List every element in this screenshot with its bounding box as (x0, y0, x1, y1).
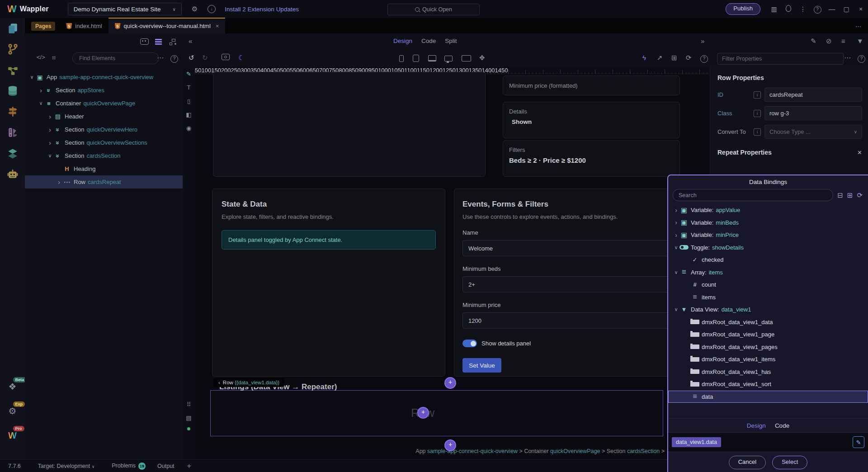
expression-bar[interactable]: data_view1.data ✎ (668, 432, 868, 452)
apps-grid-icon[interactable]: ⊞ (671, 54, 677, 62)
code-view-icon[interactable]: </> (37, 54, 45, 61)
target-selector[interactable]: Target: Development ∨ (38, 463, 94, 469)
info-icon[interactable]: i (754, 110, 761, 117)
breadcrumb-segment[interactable]: > (600, 448, 607, 454)
app-connect-bolt-icon[interactable]: ϟ (642, 54, 646, 61)
visibility-eye-icon[interactable]: ◉ (183, 121, 195, 135)
style-fill-icon[interactable]: ◧ (183, 108, 195, 121)
filter-properties-input[interactable]: Filter Properties (717, 53, 844, 65)
info-icon[interactable]: i (754, 128, 761, 136)
tabbar-overflow-icon[interactable]: ⋯ (855, 23, 862, 30)
device-desktop-icon[interactable] (444, 54, 453, 61)
share-export-icon[interactable]: ↗ (657, 54, 663, 62)
screenshot-camera-icon[interactable] (222, 54, 230, 61)
convert-to-select[interactable]: Choose Type ... ∨ (764, 125, 862, 139)
pill-back-icon[interactable]: ‹ (218, 380, 220, 385)
device-tablet-icon[interactable] (413, 54, 419, 62)
binding-item[interactable]: dmxRoot_data_view1_has (668, 366, 868, 378)
expand-caret-icon[interactable] (673, 307, 679, 312)
select-button[interactable]: Select (772, 456, 807, 469)
settings-gear-icon[interactable]: ⚙ (192, 5, 198, 13)
output-button[interactable]: Output (157, 463, 175, 469)
refresh-icon[interactable]: ⟳ (686, 54, 692, 62)
experimental-settings-icon[interactable]: ⚙ Exp (6, 405, 19, 417)
selected-row-outline[interactable] (210, 390, 663, 436)
row-element-pill[interactable]: ‹ Row {{data_view1.data}} (213, 378, 284, 387)
min-price-input[interactable]: 1200 (462, 312, 680, 329)
binding-item[interactable]: Variable: appValue (668, 204, 868, 217)
device-tv-icon[interactable] (462, 54, 471, 61)
redo-icon[interactable]: ↻ (202, 54, 208, 62)
components-icon[interactable]: ⌗ (52, 54, 56, 62)
class-input[interactable]: row g-3 (764, 106, 862, 120)
add-panel-button[interactable]: + (187, 462, 191, 470)
find-help-icon[interactable]: ? (170, 54, 178, 63)
breadcrumb-segment[interactable]: quickOverviewPage (550, 448, 600, 454)
device-preview-icon[interactable]: ▯ (183, 94, 195, 108)
structure-list-view-icon[interactable] (155, 38, 162, 46)
name-input[interactable]: Welcome (462, 240, 680, 256)
app-tree-item[interactable]: Section quickOverviewSections (25, 136, 183, 149)
undo-icon[interactable]: ↺ (189, 54, 194, 62)
app-tree-item[interactable]: App sample-app-connect-quick-overview (25, 71, 183, 84)
more-menu-icon[interactable]: ⋮ (796, 5, 810, 13)
device-laptop-icon[interactable] (428, 54, 436, 61)
expand-caret-icon[interactable] (673, 219, 679, 226)
breadcrumb-segment[interactable]: sample-app-connect-quick-overview (427, 448, 518, 454)
collapse-all-icon[interactable]: ⊟ (837, 191, 843, 199)
expand-caret-icon[interactable] (673, 207, 679, 214)
canvas-help-icon[interactable]: ? (700, 54, 708, 63)
min-beds-input[interactable]: 2+ (462, 276, 680, 293)
info-icon[interactable]: i (754, 91, 761, 99)
show-details-toggle[interactable] (462, 340, 477, 347)
expand-caret-icon[interactable] (28, 74, 35, 80)
problems-button[interactable]: Problems19 (112, 463, 146, 470)
expand-caret-icon[interactable] (673, 231, 679, 239)
styles-palette-icon[interactable] (0, 122, 25, 143)
project-selector[interactable]: Demo Dynamic Real Estate Site ∨ (68, 3, 182, 15)
breadcrumb-segment[interactable]: Container (524, 448, 550, 454)
view-tab-split[interactable]: Split (445, 38, 457, 44)
binding-item[interactable]: Variable: minPrice (668, 229, 868, 241)
cancel-button[interactable]: Cancel (729, 456, 766, 469)
binding-item[interactable]: Variable: minBeds (668, 217, 868, 229)
breadcrumb-segment[interactable]: Section (607, 448, 627, 454)
add-element-button-center[interactable]: + (417, 407, 429, 419)
expand-caret-icon[interactable] (38, 87, 44, 94)
binding-item[interactable]: data (668, 391, 868, 403)
expand-caret-icon[interactable] (47, 113, 53, 120)
binding-item[interactable]: checked (668, 254, 868, 266)
breadcrumb-segment[interactable]: > (660, 448, 665, 454)
set-value-button[interactable]: Set Value (462, 358, 501, 373)
structure-tree-view-icon[interactable] (170, 38, 177, 46)
layers-icon[interactable] (0, 143, 25, 164)
expand-caret-icon[interactable] (47, 153, 53, 159)
binding-item[interactable]: dmxRoot_data_view1_items (668, 353, 868, 366)
help-icon[interactable]: ? (810, 5, 825, 14)
tab-index-html[interactable]: 5 index.html (60, 19, 108, 33)
binding-item[interactable]: dmxRoot_data_view1_page (668, 328, 868, 341)
properties-options-icon[interactable]: ⋯ (844, 54, 851, 62)
id-input[interactable]: cardsRepeat (764, 88, 862, 102)
expand-caret-icon[interactable] (56, 179, 62, 186)
layout-blocks-icon[interactable]: ▤ (183, 411, 195, 425)
app-tree-item[interactable]: Section quickOverviewHero (25, 123, 183, 136)
expand-caret-icon[interactable] (47, 139, 53, 146)
app-tree-item[interactable]: Header (25, 110, 183, 123)
app-tree-item[interactable]: Section cardsSection (25, 149, 183, 162)
filter-icon[interactable]: ▼ (857, 37, 863, 45)
text-format-icon[interactable]: T (183, 80, 195, 94)
properties-help-icon[interactable]: ? (858, 54, 865, 63)
expand-caret-icon[interactable] (47, 126, 53, 133)
view-tab-design[interactable]: Design (393, 38, 412, 44)
ai-robot-icon[interactable] (0, 164, 25, 184)
expand-all-icon[interactable]: ⊞ (847, 191, 853, 199)
edit-pencil-icon[interactable]: ✎ (811, 37, 816, 45)
dark-mode-moon-icon[interactable]: ☾ (238, 54, 244, 62)
binding-item[interactable]: dmxRoot_data_view1_pages (668, 341, 868, 354)
edit-element-icon[interactable]: ✎ (183, 67, 195, 80)
binding-item[interactable]: Data View: data_view1 (668, 303, 868, 316)
view-tab-code[interactable]: Code (421, 38, 436, 44)
design-canvas[interactable]: 5010015020025030035040045050055060065070… (195, 67, 710, 459)
restore-button[interactable]: ▢ (839, 5, 854, 13)
